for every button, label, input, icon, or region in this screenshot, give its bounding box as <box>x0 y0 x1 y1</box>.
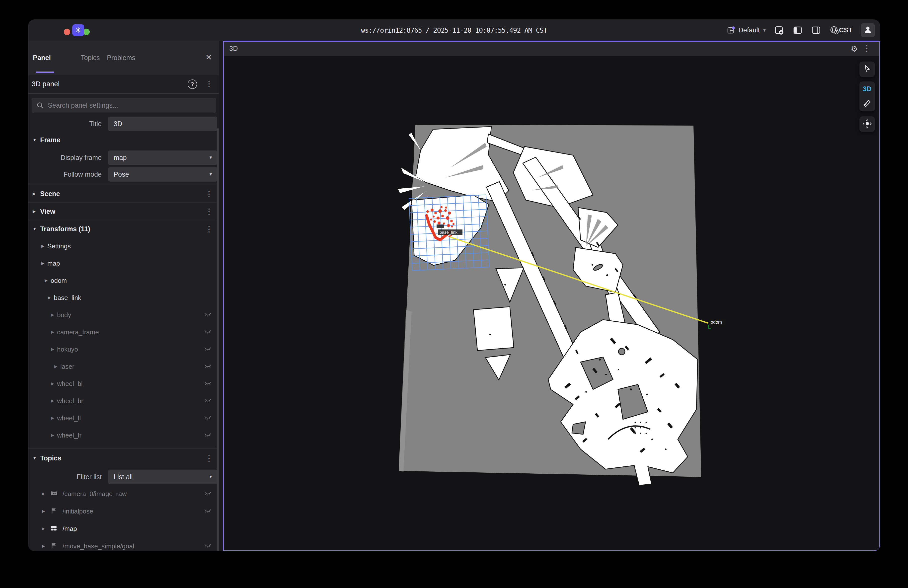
visibility-eye-closed-icon[interactable] <box>204 432 212 438</box>
topic-row-/camera_0/image_raw[interactable]: ▶/camera_0/image_raw <box>28 485 219 503</box>
panel-settings-title: 3D panel <box>32 80 60 88</box>
expand-arrow-icon[interactable]: ▶ <box>51 398 54 403</box>
visibility-eye-closed-icon[interactable] <box>204 398 212 404</box>
visibility-eye-closed-icon[interactable] <box>204 508 212 514</box>
topic-row-/map[interactable]: ▶/map <box>28 520 219 537</box>
section-collapsed-icon: ▶ <box>33 209 35 214</box>
3d-panel[interactable]: 3D ⚙ ⋮ <box>223 41 880 551</box>
panel-menu-kebab-icon[interactable]: ⋮ <box>205 80 213 87</box>
visibility-eye-closed-icon[interactable] <box>204 415 212 421</box>
sidebar-scrollbar[interactable] <box>217 128 219 551</box>
search-input[interactable] <box>47 101 216 110</box>
filter-list-select[interactable]: List all▼ <box>108 470 217 484</box>
transform-row-wheel_fr[interactable]: ▶wheel_fr <box>28 427 219 444</box>
topics-kebab-icon[interactable]: ⋮ <box>205 454 213 462</box>
expand-arrow-icon[interactable]: ▶ <box>51 433 54 438</box>
expand-arrow-icon[interactable]: ▶ <box>42 491 45 496</box>
expand-arrow-icon[interactable]: ▶ <box>51 313 54 317</box>
section-frame[interactable]: ▼ Frame <box>28 131 219 149</box>
expand-arrow-icon[interactable]: ▶ <box>41 261 44 266</box>
flag-icon <box>51 507 57 515</box>
follow-mode-row: Follow mode Pose▼ <box>28 167 219 182</box>
tab-panel[interactable]: Panel <box>33 41 51 75</box>
topic-row-/move_base_simple/goal[interactable]: ▶/move_base_simple/goal <box>28 537 219 551</box>
right-sidebar-toggle-button[interactable] <box>811 25 821 35</box>
expand-arrow-icon[interactable]: ▶ <box>42 544 45 548</box>
base-link-label: base_link <box>440 230 457 235</box>
section-expanded-icon: ▼ <box>33 138 37 142</box>
select-caret-icon: ▼ <box>209 155 213 160</box>
tab-topics[interactable]: Topics <box>81 41 100 75</box>
screen: ✳ ⌄ ws://orin12:8765 / 2025-11-20 10:07:… <box>0 0 908 588</box>
transform-row-wheel_fl[interactable]: ▶wheel_fl <box>28 409 219 427</box>
expand-arrow-icon[interactable]: ▶ <box>41 244 44 248</box>
transform-row-map[interactable]: ▶map <box>28 255 219 272</box>
transform-row-hokuyo[interactable]: ▶hokuyo <box>28 341 219 358</box>
section-topics[interactable]: ▼ Topics ⋮ <box>28 448 219 468</box>
odom-label: odom <box>711 320 722 325</box>
timezone-label[interactable]: CST <box>839 26 852 34</box>
expand-arrow-icon[interactable]: ▶ <box>42 509 45 514</box>
settings-sidebar: Panel Topics Problems ✕ 3D panel ? ⋮ Tit… <box>28 41 219 551</box>
expand-arrow-icon[interactable]: ▶ <box>48 295 51 300</box>
visibility-eye-closed-icon[interactable] <box>204 329 212 335</box>
topic-label: /initialpose <box>63 507 93 515</box>
visibility-eye-closed-icon[interactable] <box>204 543 212 549</box>
expand-arrow-icon[interactable]: ▶ <box>51 416 54 420</box>
transform-label: body <box>57 311 71 319</box>
close-sidebar-icon[interactable]: ✕ <box>205 53 212 61</box>
transform-row-odom[interactable]: ▶odom <box>28 272 219 289</box>
transform-row-laser[interactable]: ▶laser <box>28 358 219 375</box>
transform-row-camera_frame[interactable]: ▶camera_frame <box>28 324 219 341</box>
measure-tool-button[interactable] <box>860 97 875 111</box>
expand-arrow-icon[interactable]: ▶ <box>51 330 54 334</box>
expand-arrow-icon[interactable]: ▶ <box>42 526 45 531</box>
account-button[interactable] <box>861 23 875 37</box>
transform-row-wheel_bl[interactable]: ▶wheel_bl <box>28 375 219 392</box>
transform-label: map <box>47 259 60 267</box>
transforms-kebab-icon[interactable]: ⋮ <box>205 225 213 233</box>
topic-label: /move_base_simple/goal <box>63 543 134 550</box>
topic-row-/initialpose[interactable]: ▶/initialpose <box>28 503 219 520</box>
chevron-down-icon: ▾ <box>763 27 766 33</box>
transform-row-wheel_br[interactable]: ▶wheel_br <box>28 392 219 409</box>
tf-mini-label <box>436 224 444 228</box>
transform-row-base_link[interactable]: ▶base_link <box>28 289 219 306</box>
section-transforms[interactable]: ▼ Transforms (11) ⋮ <box>28 220 219 238</box>
expand-arrow-icon[interactable]: ▶ <box>45 278 48 283</box>
section-view[interactable]: ▶ View ⋮ <box>28 203 219 220</box>
panel-settings-gear-icon[interactable]: ⚙ <box>851 44 858 53</box>
follow-mode-select[interactable]: Pose▼ <box>108 167 217 182</box>
display-frame-select[interactable]: map▼ <box>108 150 217 165</box>
visibility-eye-closed-icon[interactable] <box>204 312 212 318</box>
select-tool-button[interactable] <box>860 61 875 77</box>
visibility-eye-closed-icon[interactable] <box>204 381 212 387</box>
transform-row-Settings[interactable]: ▶Settings <box>28 237 219 255</box>
panel-kebab-icon[interactable]: ⋮ <box>863 45 871 52</box>
left-sidebar-toggle-button[interactable] <box>793 25 803 35</box>
search-panel-settings[interactable] <box>32 98 216 113</box>
view-kebab-icon[interactable]: ⋮ <box>205 208 213 215</box>
help-icon[interactable]: ? <box>188 79 197 89</box>
scene-kebab-icon[interactable]: ⋮ <box>205 190 213 198</box>
visibility-eye-closed-icon[interactable] <box>204 491 212 497</box>
title-input[interactable]: 3D <box>108 117 217 131</box>
ruler-icon <box>863 99 872 109</box>
toggle-2d-3d-button[interactable]: 3D <box>860 82 875 97</box>
layout-menu-button[interactable]: Default ▾ <box>727 26 766 34</box>
transform-row-body[interactable]: ▶body <box>28 306 219 324</box>
visibility-eye-closed-icon[interactable] <box>204 346 212 352</box>
pan-tool-button[interactable] <box>860 116 875 132</box>
expand-arrow-icon[interactable]: ▶ <box>51 381 54 386</box>
timezone-globe-icon[interactable] <box>829 25 839 35</box>
section-expanded-icon: ▼ <box>33 456 37 460</box>
section-scene[interactable]: ▶ Scene ⋮ <box>28 185 219 203</box>
3d-panel-header[interactable]: 3D ⚙ ⋮ <box>224 42 879 56</box>
filter-list-row: Filter list List all▼ <box>28 470 219 484</box>
visibility-eye-closed-icon[interactable] <box>204 364 212 369</box>
expand-arrow-icon[interactable]: ▶ <box>51 347 54 351</box>
tab-problems[interactable]: Problems <box>107 41 135 75</box>
expand-arrow-icon[interactable]: ▶ <box>54 364 57 369</box>
add-panel-button[interactable] <box>774 25 784 35</box>
3d-scene-canvas[interactable]: base_link odom <box>224 56 879 550</box>
